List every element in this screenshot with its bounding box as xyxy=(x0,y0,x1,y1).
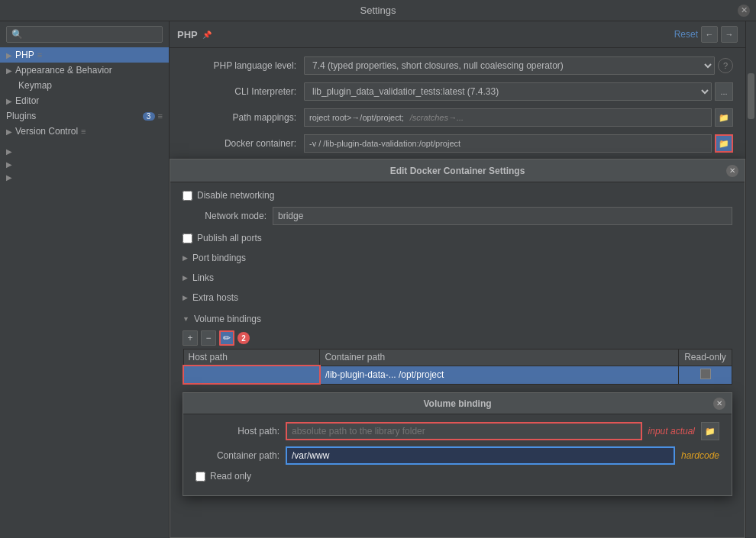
sidebar-item-arrow2[interactable]: ▶ xyxy=(0,158,169,171)
language-level-select[interactable]: 7.4 (typed properties, short closures, n… xyxy=(304,56,715,75)
title-bar: Settings ✕ xyxy=(0,0,756,21)
sidebar-item-editor[interactable]: ▶ Editor xyxy=(0,93,169,108)
table-cell-host-path xyxy=(183,366,320,384)
volume-binding-modal-header: Volume binding ✕ xyxy=(183,393,732,414)
port-bindings-arrow-icon: ▶ xyxy=(183,254,188,262)
table-cell-read-only xyxy=(679,366,732,384)
vb-host-path-label: Host path: xyxy=(195,426,279,437)
vb-host-path-input[interactable] xyxy=(286,422,642,440)
volume-binding-modal-body: Host path: input actual 📁 Container path… xyxy=(183,414,732,495)
publish-ports-label: Publish all ports xyxy=(197,233,262,243)
col-read-only: Read-only xyxy=(679,350,732,366)
volume-bindings-arrow-icon: ▼ xyxy=(183,315,189,323)
scroll-thumb-area xyxy=(746,21,756,538)
nav-back-button[interactable]: ← xyxy=(701,26,718,43)
sidebar-item-editor-label: Editor xyxy=(15,95,39,106)
language-level-control: 7.4 (typed properties, short closures, n… xyxy=(304,56,733,75)
plugins-badge: 3 xyxy=(143,112,155,121)
col-host-path: Host path xyxy=(183,350,320,366)
disable-networking-label: Disable networking xyxy=(197,190,274,201)
nav-forward-button[interactable]: → xyxy=(721,26,738,43)
language-level-label: PHP language level: xyxy=(182,60,304,71)
sidebar-item-appearance[interactable]: ▶ Appearance & Behavior xyxy=(0,63,169,78)
cli-interpreter-select[interactable]: lib_plugin_data_validatior_tests:latest … xyxy=(304,82,712,101)
language-level-help-button[interactable]: ? xyxy=(718,58,733,73)
path-mappings-label: Path mappings: xyxy=(182,112,304,123)
path-mappings-value: roject root>→/opt/project; /scratches→..… xyxy=(304,108,712,127)
path-mappings-display: roject root>→/opt/project; /scratches→..… xyxy=(304,108,733,127)
network-mode-label: Network mode: xyxy=(183,211,267,221)
main-container: ▶ PHP ≡ ▶ Appearance & Behavior Keymap ▶… xyxy=(0,21,756,538)
sidebar-item-php[interactable]: ▶ PHP ≡ xyxy=(0,47,169,63)
vb-host-browse-button[interactable]: 📁 xyxy=(701,422,719,440)
sidebar-item-php-label: PHP xyxy=(15,50,34,60)
edit-badge: 2 xyxy=(237,332,250,344)
vb-read-only-row: Read only xyxy=(195,471,719,482)
links-section[interactable]: ▶ Links xyxy=(183,269,732,286)
docker-modal-header: Edit Docker Container Settings ✕ xyxy=(170,159,745,182)
volume-binding-modal-close-button[interactable]: ✕ xyxy=(713,398,725,410)
app-title: Settings xyxy=(360,5,396,16)
volume-bindings-header[interactable]: ▼ Volume bindings xyxy=(183,311,732,327)
volume-bindings-label: Volume bindings xyxy=(194,314,261,324)
disable-networking-row: Disable networking xyxy=(183,190,732,201)
pin-icon: 📌 xyxy=(202,31,212,39)
vb-read-only-checkbox[interactable] xyxy=(195,472,205,482)
reset-button[interactable]: Reset xyxy=(674,29,698,40)
port-bindings-section[interactable]: ▶ Port bindings xyxy=(183,250,732,266)
read-only-checkbox-cell xyxy=(700,369,711,379)
cli-interpreter-row: CLI Interpreter: lib_plugin_data_validat… xyxy=(182,82,733,101)
network-mode-input[interactable] xyxy=(273,207,732,225)
table-cell-container-path: /lib-plugin-data-... /opt/project xyxy=(320,366,679,384)
network-mode-row: Network mode: xyxy=(183,207,732,225)
docker-modal-close-button[interactable]: ✕ xyxy=(726,165,738,177)
cli-interpreter-control: lib_plugin_data_validatior_tests:latest … xyxy=(304,82,733,101)
arrow1-icon: ▶ xyxy=(6,147,12,156)
extra-hosts-label: Extra hosts xyxy=(192,292,238,303)
arrow2-icon: ▶ xyxy=(6,160,12,169)
path-mappings-browse-button[interactable]: 📁 xyxy=(715,108,733,127)
sidebar-search-input[interactable] xyxy=(6,26,163,43)
docker-container-browse-button[interactable]: 📁 xyxy=(715,134,733,153)
publish-ports-row: Publish all ports xyxy=(183,233,732,243)
content-area: PHP 📌 Reset ← → PHP language level: 7.4 … xyxy=(170,21,745,538)
volume-toolbar: + − ✏ 2 xyxy=(183,330,732,346)
docker-modal-body: Disable networking Network mode: Publish… xyxy=(170,182,745,537)
plugins-settings-icon: ≡ xyxy=(158,111,163,121)
vb-container-path-input[interactable] xyxy=(286,446,675,465)
header-actions: Reset ← → xyxy=(674,26,738,43)
volume-remove-button[interactable]: − xyxy=(201,330,216,346)
volume-binding-modal: Volume binding ✕ Host path: input actual… xyxy=(183,392,732,496)
volume-edit-button[interactable]: ✏ xyxy=(219,330,234,346)
volume-bindings-section: ▼ Volume bindings + − ✏ 2 xyxy=(183,311,732,385)
scroll-thumb xyxy=(748,73,754,119)
versioncontrol-settings-icon: ≡ xyxy=(81,127,86,136)
cli-interpreter-browse-button[interactable]: ... xyxy=(715,82,733,101)
sidebar-item-arrow3[interactable]: ▶ xyxy=(0,171,169,184)
cli-interpreter-label: CLI Interpreter: xyxy=(182,86,304,97)
sidebar: ▶ PHP ≡ ▶ Appearance & Behavior Keymap ▶… xyxy=(0,21,170,538)
content-title: PHP 📌 xyxy=(177,29,212,40)
col-container-path: Container path xyxy=(320,350,679,366)
table-row[interactable]: /lib-plugin-data-... /opt/project xyxy=(183,366,732,384)
versioncontrol-arrow-icon: ▶ xyxy=(6,127,12,136)
docker-modal: Edit Docker Container Settings ✕ Disable… xyxy=(170,159,745,538)
sidebar-item-versioncontrol-label: Version Control xyxy=(15,126,78,137)
sidebar-item-versioncontrol[interactable]: ▶ Version Control ≡ xyxy=(0,124,169,139)
extra-hosts-section[interactable]: ▶ Extra hosts xyxy=(183,289,732,306)
vb-read-only-label: Read only xyxy=(210,471,251,482)
sidebar-item-arrow1[interactable]: ▶ xyxy=(0,145,169,158)
disable-networking-checkbox[interactable] xyxy=(183,191,192,201)
container-path-hint: hardcode xyxy=(681,450,719,461)
sidebar-item-plugins[interactable]: Plugins 3 ≡ xyxy=(0,108,169,124)
app-close-button[interactable]: ✕ xyxy=(738,5,750,17)
sidebar-item-keymap-label: Keymap xyxy=(18,80,52,91)
docker-container-label: Docker container: xyxy=(182,138,304,149)
volume-binding-modal-title: Volume binding xyxy=(423,398,491,409)
arrow3-icon: ▶ xyxy=(6,173,12,182)
vb-container-path-label: Container path: xyxy=(195,450,279,461)
volume-add-button[interactable]: + xyxy=(183,330,198,346)
sidebar-item-keymap[interactable]: Keymap xyxy=(0,78,169,93)
sidebar-item-plugins-label: Plugins xyxy=(6,111,36,121)
publish-ports-checkbox[interactable] xyxy=(183,234,192,243)
